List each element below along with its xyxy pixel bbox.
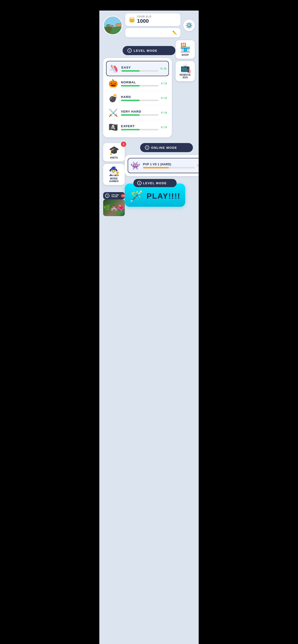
svg-rect-7: [110, 24, 110, 26]
more-games-label: MORE GAMES: [105, 177, 123, 182]
easy-info: EASY: [121, 66, 158, 72]
edit-icon: ✏️: [172, 30, 177, 35]
level-item-expert[interactable]: 🏴‍☠️ EXPERT 8 / 16: [106, 120, 169, 134]
shop-label: SHOP: [182, 54, 189, 56]
more-games-icon: 🧙‍♂️: [109, 166, 119, 176]
left-column: 2 🎓 HINTS 🧙‍♂️ MORE GAMES i OFFLINE/ONLI…: [103, 139, 125, 216]
online-mode-section: i ONLINE MODE 👾 PVP 1 VS 1 (HARD): [125, 143, 199, 176]
pvp-progress-bar: [143, 167, 195, 168]
hard-score: 8 / 16: [161, 97, 167, 100]
ad-info-icon: i: [105, 194, 109, 198]
hard-progress-fill: [121, 100, 140, 101]
remove-ads-label: REMOVE ADS: [178, 74, 193, 79]
header: 👑 YOUR ELO 1000 ✏️ ⚙️: [99, 10, 199, 40]
easy-score: 8 / 16: [161, 67, 167, 70]
play-info-icon: i: [137, 181, 141, 185]
online-mode-header: i ONLINE MODE: [140, 143, 193, 152]
expert-icon: 🏴‍☠️: [108, 122, 118, 132]
pvp-info: PVP 1 VS 1 (HARD): [143, 163, 195, 168]
status-bar: [99, 0, 199, 10]
online-info-icon: i: [145, 146, 149, 150]
normal-progress-bar: [121, 85, 159, 86]
hard-progress-bar: [121, 100, 159, 101]
bottom-section: 2 🎓 HINTS 🧙‍♂️ MORE GAMES i OFFLINE/ONLI…: [99, 139, 199, 220]
ad-banner-header: i OFFLINE/ONLINE AD: [103, 192, 125, 199]
pvp-progress-fill: [143, 167, 169, 168]
veryhard-name: VERY HARD: [121, 110, 159, 113]
normal-icon: 🎃: [108, 78, 118, 89]
easy-icon: 🦄: [108, 63, 119, 74]
remove-ads-icon: 📺 🚫: [181, 64, 190, 72]
hard-icon: 💣: [108, 93, 118, 103]
expert-progress-bar: [121, 129, 159, 130]
elo-value: 1000: [137, 18, 152, 24]
play-label: PLAY!!!!: [146, 192, 181, 200]
play-section: i LEVEL MODE 🪄 PLAY!!!!: [125, 179, 185, 207]
normal-progress-fill: [121, 85, 140, 86]
pvp-item[interactable]: 👾 PVP 1 VS 1 (HARD) 8 / 16: [128, 158, 199, 173]
hints-badge: 2: [121, 142, 126, 147]
shop-button[interactable]: 🏪 SHOP: [176, 40, 195, 59]
levels-list: 🦄 EASY 8 / 16 🎃 NORMAL: [103, 58, 172, 137]
expert-progress-fill: [121, 129, 140, 130]
header-info: 👑 YOUR ELO 1000 ✏️: [125, 14, 181, 38]
pvp-icon: 👾: [130, 160, 140, 171]
hints-label: HINTS: [110, 156, 118, 159]
easy-name: EASY: [121, 66, 158, 69]
remove-ads-button[interactable]: 📺 🚫 REMOVE ADS: [176, 61, 195, 81]
expert-score: 8 / 16: [161, 126, 167, 129]
level-item-normal[interactable]: 🎃 NORMAL 8 / 16: [106, 76, 169, 91]
online-levels-container: 👾 PVP 1 VS 1 (HARD) 8 / 16: [125, 155, 199, 176]
username-box[interactable]: ✏️: [125, 28, 181, 38]
elo-box: 👑 YOUR ELO 1000: [125, 14, 181, 26]
veryhard-progress-bar: [121, 114, 159, 116]
main-content: 🏪 SHOP 📺 🚫 REMOVE ADS i LEVEL MODE 🦄: [99, 40, 199, 139]
play-section-header: i LEVEL MODE: [133, 179, 177, 187]
normal-score: 8 / 16: [161, 82, 167, 85]
hard-name: HARD: [121, 95, 159, 99]
level-item-veryhard[interactable]: ⚔️ VERY HARD 8 / 16: [106, 106, 169, 120]
normal-name: NORMAL: [121, 80, 159, 84]
content-row: 2 🎓 HINTS 🧙‍♂️ MORE GAMES i OFFLINE/ONLI…: [103, 139, 195, 216]
shop-icon: 🏪: [180, 43, 191, 53]
settings-button[interactable]: ⚙️: [183, 20, 195, 31]
veryhard-info: VERY HARD: [121, 110, 159, 116]
level-mode-label: LEVEL MODE: [134, 49, 158, 52]
veryhard-icon: ⚔️: [108, 107, 118, 118]
level-item-easy[interactable]: 🦄 EASY 8 / 16: [106, 61, 169, 76]
crown-icon: 👑: [129, 17, 135, 23]
ad-image[interactable]: 🌿🏰🌺: [103, 199, 125, 216]
easy-progress-bar: [121, 70, 158, 72]
elo-info: YOUR ELO 1000: [137, 15, 152, 24]
info-icon: i: [127, 48, 132, 53]
level-item-hard[interactable]: 💣 HARD 8 / 16: [106, 91, 169, 106]
normal-info: NORMAL: [121, 80, 159, 86]
more-games-button[interactable]: 🧙‍♂️ MORE GAMES: [103, 164, 125, 185]
gear-icon: ⚙️: [186, 22, 193, 29]
pvp-score: 8 / 16: [197, 164, 199, 167]
play-section-label: LEVEL MODE: [143, 181, 167, 185]
veryhard-score: 8 / 16: [161, 112, 167, 114]
ad-text: OFFLINE/ONLINE: [111, 194, 119, 198]
online-mode-label: ONLINE MODE: [151, 146, 177, 150]
right-side-buttons: 🏪 SHOP 📺 🚫 REMOVE ADS: [176, 40, 195, 81]
hints-icon: 🎓: [109, 146, 119, 156]
elo-label: YOUR ELO: [137, 15, 152, 18]
avatar[interactable]: [103, 16, 122, 35]
expert-name: EXPERT: [121, 124, 159, 128]
hints-button-wrap: 2 🎓 HINTS: [103, 143, 125, 162]
hard-info: HARD: [121, 95, 159, 101]
level-mode-header: i LEVEL MODE: [123, 46, 175, 55]
play-cauldron-icon: 🪄: [129, 190, 143, 202]
right-column: i ONLINE MODE 👾 PVP 1 VS 1 (HARD): [125, 139, 199, 216]
veryhard-progress-fill: [121, 114, 140, 116]
ad-banner-wrap: i OFFLINE/ONLINE AD 🌿🏰🌺: [103, 188, 125, 216]
pvp-name: PVP 1 VS 1 (HARD): [143, 163, 195, 166]
expert-info: EXPERT: [121, 124, 159, 130]
easy-progress-fill: [121, 70, 140, 72]
